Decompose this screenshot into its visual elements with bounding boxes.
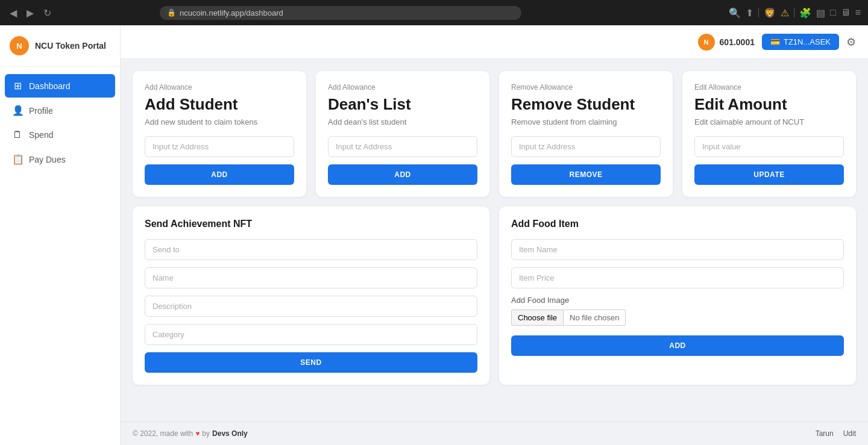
- settings-icon[interactable]: ⚙: [846, 36, 856, 49]
- edit-amount-label: Edit Allowance: [694, 83, 844, 92]
- remove-student-description: Remove student from claiming: [511, 117, 661, 126]
- sidebar-item-paydues-label: Pay Dues: [29, 155, 66, 164]
- send-nft-button[interactable]: SEND: [145, 352, 477, 373]
- content-area: Add Allowance Add Student Add new studen…: [121, 59, 868, 422]
- remove-student-button[interactable]: REMOVE: [511, 164, 661, 185]
- browser-actions: 🔍 ⬆ 🦁 ⚠ 🧩 ▤ □ 🖥 ≡: [729, 7, 861, 19]
- window-icon[interactable]: □: [830, 7, 836, 18]
- remove-student-card: Remove Allowance Remove Student Remove s…: [499, 71, 673, 197]
- extensions-icon[interactable]: 🧩: [799, 7, 811, 19]
- remove-student-input[interactable]: [511, 136, 661, 157]
- footer-by: by: [202, 429, 210, 438]
- footer: © 2022, made with ♥ by Devs Only Tarun U…: [121, 422, 868, 445]
- reload-button[interactable]: ↻: [41, 5, 54, 21]
- add-student-title: Add Student: [145, 95, 294, 114]
- wallet-button[interactable]: 💳 TZ1N...ASEK: [762, 34, 839, 50]
- add-food-button[interactable]: ADD: [511, 335, 844, 356]
- footer-credit-1: Tarun: [816, 429, 834, 438]
- nft-name-input[interactable]: [145, 267, 477, 288]
- sidebar-item-dashboard-label: Dashboard: [29, 81, 71, 91]
- choose-file-button[interactable]: Choose file: [511, 310, 564, 326]
- edit-amount-button[interactable]: UPDATE: [694, 164, 844, 185]
- url-text: ncucoin.netlify.app/dashboard: [180, 8, 283, 17]
- sidebar: N NCU Token Portal ⊞ Dashboard 👤 Profile…: [0, 25, 121, 445]
- edit-amount-description: Edit claimable amount of NCUT: [694, 117, 844, 126]
- sidebar-item-spend[interactable]: 🗒 Spend: [5, 123, 115, 146]
- footer-copyright: © 2022, made with: [133, 429, 193, 438]
- edit-amount-input[interactable]: [694, 136, 844, 157]
- sidebar-item-dashboard[interactable]: ⊞ Dashboard: [5, 74, 115, 98]
- balance-text: 601.0001: [720, 37, 755, 47]
- add-student-label: Add Allowance: [145, 83, 294, 92]
- menu-icon[interactable]: ≡: [855, 7, 861, 18]
- profile-icon: 👤: [12, 105, 23, 116]
- sidebar-item-spend-label: Spend: [29, 130, 53, 140]
- sidebar-logo: N NCU Token Portal: [0, 25, 120, 67]
- achievement-nft-title: Send Achievement NFT: [145, 219, 477, 229]
- food-item-price-input[interactable]: [511, 267, 844, 288]
- search-icon[interactable]: 🔍: [729, 7, 741, 19]
- header-balance: N 601.0001: [698, 34, 755, 51]
- footer-right: Tarun Udit: [816, 429, 856, 438]
- bottom-cards: Send Achievement NFT SEND Add Food Item …: [133, 207, 856, 385]
- footer-credit-2: Udit: [843, 429, 856, 438]
- footer-left: © 2022, made with ♥ by Devs Only: [133, 429, 248, 438]
- deans-list-label: Add Allowance: [328, 83, 477, 92]
- share-icon[interactable]: ⬆: [746, 7, 753, 19]
- brave-lion-icon[interactable]: 🦁: [764, 7, 776, 19]
- main-header: N 601.0001 💳 TZ1N...ASEK ⚙: [121, 25, 868, 59]
- wallet-icon: 💳: [770, 37, 780, 46]
- sidebar-icon[interactable]: ▤: [816, 7, 825, 19]
- remove-student-title: Remove Student: [511, 95, 661, 114]
- achievement-nft-card: Send Achievement NFT SEND: [133, 207, 489, 385]
- file-input-wrapper: Choose file No file chosen: [511, 310, 844, 326]
- deans-list-card: Add Allowance Dean's List Add dean's lis…: [316, 71, 489, 197]
- nft-description-input[interactable]: [145, 296, 477, 317]
- top-cards: Add Allowance Add Student Add new studen…: [133, 71, 856, 197]
- logo-initials: N: [16, 42, 22, 51]
- footer-devs: Devs Only: [212, 429, 248, 438]
- add-student-description: Add new student to claim tokens: [145, 117, 294, 126]
- edit-amount-card: Edit Allowance Edit Amount Edit claimabl…: [682, 71, 856, 197]
- food-card-title: Add Food Item: [511, 219, 844, 229]
- deans-list-input[interactable]: [328, 136, 477, 157]
- wallet-label: TZ1N...ASEK: [784, 37, 831, 46]
- sidebar-item-paydues[interactable]: 📋 Pay Dues: [5, 148, 115, 171]
- remove-student-label: Remove Allowance: [511, 83, 661, 92]
- food-item-name-input[interactable]: [511, 239, 844, 260]
- add-food-card: Add Food Item Add Food Image Choose file…: [499, 207, 856, 385]
- sidebar-item-profile-label: Profile: [29, 106, 53, 116]
- nft-category-input[interactable]: [145, 324, 477, 345]
- heart-icon: ♥: [195, 429, 200, 438]
- deans-list-title: Dean's List: [328, 95, 477, 114]
- url-bar[interactable]: 🔒 ncucoin.netlify.app/dashboard: [160, 6, 521, 20]
- send-to-input[interactable]: [145, 239, 477, 260]
- add-student-card: Add Allowance Add Student Add new studen…: [133, 71, 306, 197]
- add-student-button[interactable]: ADD: [145, 164, 294, 185]
- deans-list-description: Add dean's list student: [328, 117, 477, 126]
- cast-icon[interactable]: 🖥: [841, 7, 851, 18]
- main-content: Add Allowance Add Student Add new studen…: [121, 59, 868, 445]
- warning-icon[interactable]: ⚠: [781, 7, 789, 19]
- dashboard-icon: ⊞: [12, 80, 23, 92]
- add-student-input[interactable]: [145, 136, 294, 157]
- sidebar-item-profile[interactable]: 👤 Profile: [5, 99, 115, 122]
- spend-icon: 🗒: [12, 129, 23, 140]
- food-image-label: Add Food Image: [511, 296, 844, 305]
- browser-chrome: ◀ ▶ ↻ 🔒 ncucoin.netlify.app/dashboard 🔍 …: [0, 0, 868, 25]
- header-avatar: N: [698, 34, 715, 51]
- paydues-icon: 📋: [12, 154, 23, 165]
- logo-text: NCU Token Portal: [35, 41, 106, 51]
- sidebar-nav: ⊞ Dashboard 👤 Profile 🗒 Spend 📋 Pay Dues: [0, 67, 120, 178]
- deans-list-button[interactable]: ADD: [328, 164, 477, 185]
- avatar-initials: N: [704, 39, 709, 46]
- edit-amount-title: Edit Amount: [694, 95, 844, 114]
- back-button[interactable]: ◀: [7, 5, 19, 21]
- app-wrapper: N NCU Token Portal ⊞ Dashboard 👤 Profile…: [0, 25, 868, 445]
- forward-button[interactable]: ▶: [24, 5, 36, 21]
- logo-icon: N: [10, 36, 29, 55]
- file-chosen-text: No file chosen: [564, 310, 626, 326]
